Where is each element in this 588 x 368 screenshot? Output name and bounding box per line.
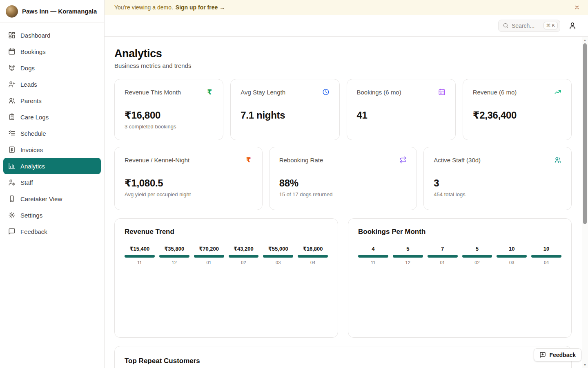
chart-category-label: 04 [544, 260, 549, 265]
stat-label: Rebooking Rate [279, 157, 323, 164]
chart-columns: ₹15,400 11 ₹35,800 12 ₹70,200 01 [125, 246, 328, 265]
stat-label: Avg Stay Length [241, 89, 285, 96]
search-shortcut-badge: ⌘ K [543, 22, 558, 29]
stat-sub [357, 123, 445, 130]
chart-category-label: 02 [241, 260, 246, 265]
user-plus-icon [8, 81, 16, 88]
content-area: Analytics Business metrics and trends Re… [105, 37, 588, 368]
sidebar-item-label: Analytics [20, 163, 45, 170]
feedback-button-label: Feedback [549, 352, 576, 358]
chart-category-label: 04 [310, 260, 315, 265]
sidebar-item-staff[interactable]: Staff [3, 174, 101, 191]
banner-close-button[interactable] [573, 3, 581, 11]
dog-icon [8, 64, 16, 72]
demo-banner: You're viewing a demo. Sign up for free … [105, 0, 588, 15]
stat-value: ₹1,080.5 [125, 177, 252, 189]
sidebar-item-label: Parents [20, 97, 42, 104]
chart-column: 10 04 [531, 246, 561, 265]
chart-category-label: 12 [172, 260, 177, 265]
search-input[interactable] [512, 22, 541, 29]
feedback-button[interactable]: Feedback [534, 348, 581, 361]
chart-bar [531, 255, 561, 258]
sidebar-item-invoices[interactable]: Invoices [3, 141, 101, 158]
chart-value-label: ₹35,800 [164, 246, 184, 252]
chart-bar [358, 255, 388, 258]
scroll-up-arrow[interactable]: ▲ [582, 38, 588, 43]
chart-bar [497, 255, 527, 258]
sidebar-item-analytics[interactable]: Analytics [3, 158, 101, 174]
stat-value: 88% [279, 177, 407, 189]
chart-value-label: 10 [543, 246, 549, 252]
stat-label: Revenue / Kennel-Night [125, 157, 189, 164]
chart-bar [263, 255, 293, 258]
chart-column: ₹43,200 02 [229, 246, 259, 265]
sidebar-item-schedule[interactable]: Schedule [3, 125, 101, 141]
sidebar-item-label: Caretaker View [20, 195, 62, 202]
signup-link[interactable]: Sign up for free → [176, 4, 225, 11]
sidebar-item-parents[interactable]: Parents [3, 92, 101, 109]
bar-chart-icon [8, 162, 16, 170]
trending-up-icon [554, 88, 561, 96]
chart-title: Revenue Trend [125, 228, 328, 236]
clock-icon [322, 88, 330, 96]
chart-value-label: 5 [476, 246, 479, 252]
stats-row-2: Revenue / Kennel-Night ₹ ₹1,080.5 Avg yi… [114, 147, 572, 210]
stats-row-1: Revenue This Month ₹ ₹16,800 3 completed… [114, 79, 572, 140]
scroll-down-arrow[interactable]: ▼ [582, 362, 588, 367]
sidebar-item-dogs[interactable]: Dogs [3, 60, 101, 76]
sidebar-item-label: Feedback [20, 228, 47, 235]
chart-column: 5 02 [462, 246, 492, 265]
sidebar-item-settings[interactable]: Settings [3, 207, 101, 223]
charts-row: Revenue Trend ₹15,400 11 ₹35,800 12 ₹70,… [114, 218, 572, 338]
stat-sub [473, 123, 561, 130]
rupee-icon: ₹ [245, 156, 252, 164]
stat-card-bookings-6mo: Bookings (6 mo) 41 [347, 79, 456, 140]
workspace-switcher[interactable]: Paws Inn — Koramangala [0, 0, 104, 23]
scrollbar-thumb[interactable] [583, 43, 587, 224]
chart-bar [462, 255, 492, 258]
message-plus-icon [539, 352, 546, 358]
stat-value: ₹16,800 [125, 110, 213, 121]
stat-label: Active Staff (30d) [434, 157, 481, 164]
sidebar-item-label: Invoices [20, 146, 43, 153]
invoice-icon [8, 146, 16, 153]
message-icon [8, 228, 16, 235]
sidebar-item-dashboard[interactable]: Dashboard [3, 27, 101, 43]
stat-value: 41 [357, 110, 445, 121]
chart-title: Bookings Per Month [358, 228, 561, 236]
user-icon [568, 22, 577, 30]
stat-card-avg-stay-length: Avg Stay Length 7.1 nights [230, 79, 339, 140]
brand-avatar [6, 5, 18, 18]
main-area: You're viewing a demo. Sign up for free … [105, 0, 588, 368]
users-icon [554, 156, 561, 164]
sidebar-item-bookings[interactable]: Bookings [3, 43, 101, 60]
chart-value-label: 4 [372, 246, 374, 252]
chart-value-label: ₹15,400 [130, 246, 150, 252]
sidebar-item-leads[interactable]: Leads [3, 76, 101, 92]
chart-value-label: ₹43,200 [234, 246, 254, 252]
sidebar-item-label: Care Logs [20, 114, 49, 121]
chart-column: ₹70,200 01 [194, 246, 224, 265]
chart-column: 5 12 [393, 246, 423, 265]
stat-card-revenue-6mo: Revenue (6 mo) ₹2,36,400 [463, 79, 572, 140]
sidebar-item-caretaker-view[interactable]: Caretaker View [3, 191, 101, 207]
scrollbar: ▲ ▼ [582, 37, 588, 368]
calendar-icon [8, 48, 16, 55]
dashboard-icon [8, 31, 16, 39]
chart-category-label: 03 [276, 260, 281, 265]
user-menu-button[interactable] [568, 21, 577, 31]
section-title: Top Repeat Customers [125, 357, 561, 365]
chart-column: ₹35,800 12 [159, 246, 189, 265]
sidebar-item-care-logs[interactable]: Care Logs [3, 109, 101, 125]
chart-value-label: ₹16,800 [303, 246, 323, 252]
chart-bar [194, 255, 224, 258]
chart-category-label: 01 [206, 260, 211, 265]
search-icon [503, 22, 509, 29]
stat-label: Revenue This Month [125, 89, 181, 96]
chart-category-label: 03 [509, 260, 514, 265]
search-box[interactable]: ⌘ K [498, 20, 560, 32]
page-subtitle: Business metrics and trends [114, 62, 572, 69]
sidebar-item-feedback[interactable]: Feedback [3, 223, 101, 240]
chart-column: 10 03 [497, 246, 527, 265]
repeat-icon [399, 156, 407, 164]
